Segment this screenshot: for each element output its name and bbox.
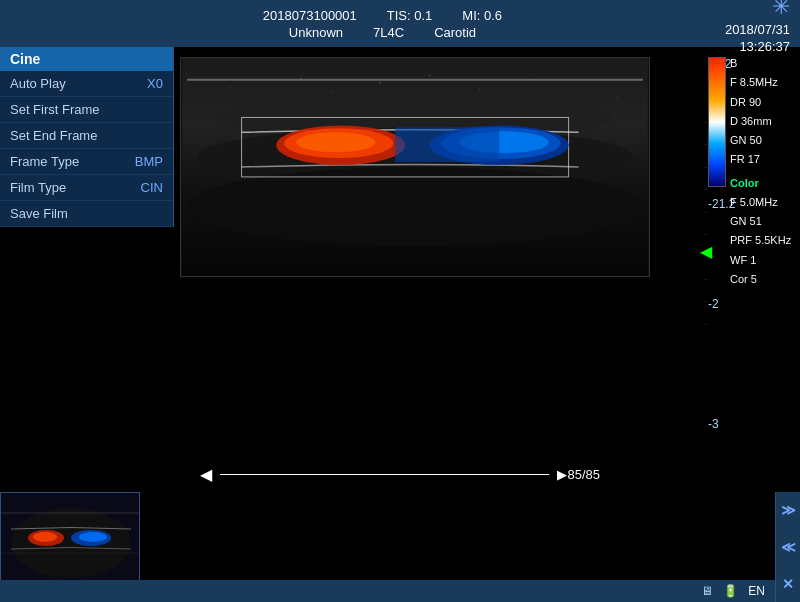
info-panel: B F 8.5MHz DR 90 D 36mm GN 50 FR 17 Colo… — [730, 54, 791, 289]
frame-count: ▶85/85 — [557, 467, 600, 482]
right-sidebar: ≫ ≪ ✕ — [775, 492, 800, 602]
fr-value: FR 17 — [730, 150, 791, 169]
menu-item-frame-type[interactable]: Frame Type BMP — [0, 149, 173, 175]
menu-item-autoplay[interactable]: Auto Play X0 — [0, 71, 173, 97]
menu-item-autoplay-value: X0 — [147, 76, 163, 91]
menu-item-set-end-label: Set End Frame — [10, 128, 97, 143]
svg-rect-24 — [395, 127, 499, 162]
svg-point-6 — [330, 92, 332, 94]
svg-point-3 — [231, 87, 233, 89]
d-value: D 36mm — [730, 112, 791, 131]
menu-item-set-end[interactable]: Set End Frame — [0, 123, 173, 149]
svg-point-27 — [11, 508, 131, 578]
header-center: 2018073100001 TIS: 0.1 MI: 0.6 Unknown 7… — [263, 8, 502, 40]
svg-point-7 — [379, 82, 381, 84]
ultrasound-svg — [181, 58, 649, 276]
gn-value: GN 50 — [730, 131, 791, 150]
date-display: 2018/07/31 — [725, 22, 790, 37]
patient-name: Unknown — [289, 25, 343, 40]
fast-forward-button[interactable]: ≫ — [776, 500, 800, 520]
svg-point-12 — [617, 97, 619, 99]
frame-indicator-bar: ◀ ▶85/85 — [200, 465, 600, 484]
green-arrow-indicator: ◀ — [700, 242, 712, 261]
f2-value: F 5.0MHz — [730, 193, 791, 212]
color-mode-label: Color — [730, 174, 791, 193]
monitor-icon: 🖥 — [701, 584, 713, 598]
svg-point-31 — [33, 532, 57, 542]
mode-label: Carotid — [434, 25, 476, 40]
menu-item-film-type[interactable]: Film Type CIN — [0, 175, 173, 201]
svg-point-9 — [478, 89, 480, 91]
f1-value: F 8.5MHz — [730, 73, 791, 92]
snowflake-icon: ✳ — [772, 0, 790, 20]
svg-point-16 — [187, 167, 643, 246]
menu-item-set-first-label: Set First Frame — [10, 102, 100, 117]
menu-item-save-film[interactable]: Save Film — [0, 201, 173, 227]
svg-point-11 — [578, 85, 580, 87]
frame-line — [220, 474, 549, 475]
language-indicator: EN — [748, 584, 765, 598]
patient-id: 2018073100001 — [263, 8, 357, 23]
header-bar: 2018073100001 TIS: 0.1 MI: 0.6 Unknown 7… — [0, 0, 800, 47]
cine-menu-title: Cine — [0, 47, 173, 71]
menu-item-set-first[interactable]: Set First Frame — [0, 97, 173, 123]
close-button[interactable]: ✕ — [776, 574, 800, 594]
svg-point-20 — [296, 132, 375, 152]
ultrasound-image-area — [180, 57, 650, 277]
dr-value: DR 90 — [730, 93, 791, 112]
svg-point-33 — [79, 532, 107, 542]
svg-point-5 — [300, 77, 302, 79]
svg-point-8 — [429, 75, 431, 77]
menu-item-film-type-label: Film Type — [10, 180, 66, 195]
menu-item-film-type-value: CIN — [141, 180, 163, 195]
gn2-value: GN 51 — [730, 212, 791, 231]
menu-item-autoplay-label: Auto Play — [10, 76, 66, 91]
probe-label: 7L4C — [373, 25, 404, 40]
menu-item-frame-type-label: Frame Type — [10, 154, 79, 169]
color-gradient-bar — [708, 57, 726, 187]
frame-arrow-left: ◀ — [200, 465, 212, 484]
tis-value: TIS: 0.1 — [387, 8, 433, 23]
battery-icon: 🔋 — [723, 584, 738, 598]
cor-value: Cor 5 — [730, 270, 791, 289]
b-label: B — [730, 57, 737, 69]
depth-dots: ···· ···· ·· — [705, 112, 707, 336]
wf-value: WF 1 — [730, 251, 791, 270]
cine-menu-panel: Cine Auto Play X0 Set First Frame Set En… — [0, 47, 174, 227]
rewind-button[interactable]: ≪ — [776, 537, 800, 557]
prf-value: PRF 5.5KHz — [730, 231, 791, 250]
main-area: Cine Auto Play X0 Set First Frame Set En… — [0, 47, 800, 602]
menu-item-frame-type-value: BMP — [135, 154, 163, 169]
mi-value: MI: 0.6 — [462, 8, 502, 23]
status-bar: 🖥 🔋 EN — [0, 580, 775, 602]
color-info-panel: B F 8.5MHz DR 90 D 36mm GN 50 FR 17 Colo… — [708, 52, 798, 502]
time-display: 13:26:37 — [739, 39, 790, 54]
header-right: ✳ 2018/07/31 13:26:37 — [725, 0, 790, 54]
menu-item-save-film-label: Save Film — [10, 206, 68, 221]
